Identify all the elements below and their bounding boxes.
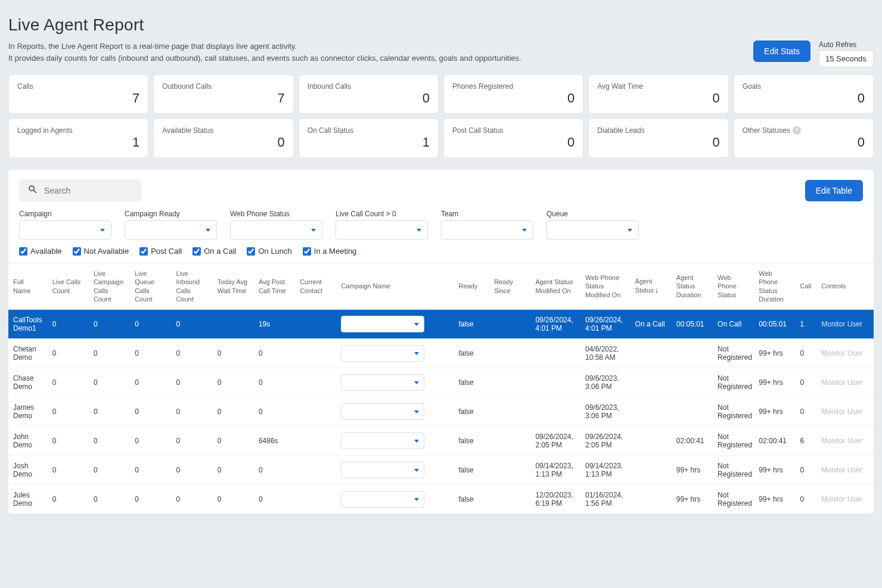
filter-select[interactable]	[441, 220, 533, 239]
table-cell: 0	[48, 368, 89, 397]
filter-select[interactable]	[230, 220, 322, 239]
table-cell	[295, 310, 336, 339]
column-header[interactable]: Web Phone Status Duration	[754, 263, 795, 310]
status-checkbox[interactable]: Post Call	[139, 247, 182, 256]
monitor-user-link[interactable]: Monitor User	[821, 407, 862, 416]
campaign-select[interactable]	[341, 462, 424, 478]
column-header[interactable]: Live Inbound Calls Count	[171, 263, 212, 310]
checkbox-label: Available	[30, 247, 62, 256]
column-header[interactable]: Live Queue Calls Count	[130, 263, 171, 310]
column-header[interactable]: Full Name	[8, 263, 48, 310]
stat-card-label: Other Statuses?	[743, 126, 865, 135]
status-checkbox[interactable]: On Lunch	[247, 247, 291, 256]
table-row[interactable]: Chase Demo000000false09/6/2023, 3:06 PMN…	[8, 368, 874, 397]
auto-refresh-select[interactable]: 15 Seconds	[819, 50, 874, 67]
stat-card-value: 0	[452, 91, 574, 106]
chevron-down-icon	[414, 469, 419, 472]
table-cell	[631, 397, 672, 427]
status-checkbox[interactable]: On a Call	[192, 247, 236, 256]
campaign-select[interactable]	[341, 491, 424, 508]
stat-card: Phones Registered0	[443, 74, 583, 114]
table-cell: 0	[213, 339, 254, 368]
table-row[interactable]: James Demo000000false09/6/2023, 3:06 PMN…	[8, 397, 874, 427]
monitor-user-link[interactable]: Monitor User	[821, 349, 862, 357]
table-cell: 0	[213, 485, 254, 514]
table-cell: 0	[213, 427, 254, 456]
edit-table-button[interactable]: Edit Table	[805, 180, 863, 201]
table-row[interactable]: Josh Demo000000false09/14/2023, 1:13 PM0…	[8, 456, 874, 485]
stat-card-label: Calls	[17, 82, 139, 91]
campaign-select[interactable]	[341, 345, 424, 362]
status-checkbox[interactable]: In a Meeting	[303, 247, 357, 256]
column-header[interactable]: Ready Since	[489, 263, 530, 310]
edit-stats-button[interactable]: Edit Stats	[753, 41, 810, 62]
filter: Web Phone Status	[230, 210, 322, 239]
checkbox-input[interactable]	[73, 247, 81, 256]
filter-select[interactable]	[546, 220, 639, 239]
column-header[interactable]: Call	[796, 263, 817, 310]
column-header[interactable]: Live Campaign Calls Count	[89, 263, 130, 310]
table-cell: Not Registered	[713, 485, 754, 514]
table-row[interactable]: John Demo000006486sfalse09/26/2024, 2:05…	[8, 427, 874, 456]
monitor-user-link[interactable]: Monitor User	[821, 437, 862, 445]
table-cell	[672, 368, 713, 397]
chevron-down-icon	[414, 381, 419, 384]
monitor-user-link[interactable]: Monitor User	[821, 320, 862, 328]
column-header[interactable]: Campaign Name	[336, 263, 454, 310]
column-header[interactable]: Agent Status Modified On	[530, 263, 580, 310]
monitor-user-link[interactable]: Monitor User	[821, 495, 862, 503]
table-cell: 0	[130, 485, 171, 514]
column-header[interactable]: Ready	[454, 263, 489, 310]
table-cell	[530, 368, 580, 397]
stat-card-value: 7	[17, 91, 139, 106]
monitor-user-link[interactable]: Monitor User	[821, 466, 862, 474]
checkbox-input[interactable]	[303, 247, 311, 256]
campaign-select[interactable]	[341, 374, 424, 391]
table-cell: false	[454, 368, 489, 397]
stat-card-value: 0	[743, 135, 865, 150]
stat-card-label: Goals	[743, 82, 865, 91]
table-cell: 1	[796, 310, 817, 339]
column-header[interactable]: Agent Status↓	[631, 263, 672, 310]
filter-select[interactable]	[336, 220, 428, 239]
column-header[interactable]: Current Contact	[295, 263, 336, 310]
checkbox-input[interactable]	[19, 247, 27, 256]
table-cell: Chetan Demo	[8, 339, 48, 368]
table-row[interactable]: CallTools Demo1000019sfalse09/26/2024, 4…	[8, 310, 874, 339]
column-header[interactable]: Web Phone Status	[713, 263, 754, 310]
table-cell: Monitor User	[816, 427, 874, 456]
table-cell: 0	[213, 397, 254, 427]
table-row[interactable]: Jules Demo000000false12/20/2023, 6:19 PM…	[8, 485, 874, 514]
column-header[interactable]: Controls	[816, 263, 874, 310]
table-cell: 0	[130, 310, 171, 339]
search-input[interactable]	[44, 186, 133, 195]
column-header[interactable]: Live Calls Count	[48, 263, 89, 310]
filter-select[interactable]	[125, 220, 217, 239]
campaign-select[interactable]	[341, 433, 424, 449]
table-cell	[489, 485, 530, 514]
table-cell: 0	[130, 368, 171, 397]
status-checkbox[interactable]: Available	[19, 247, 62, 256]
table-cell: 0	[171, 368, 212, 397]
filter-select[interactable]	[19, 220, 111, 239]
status-checkbox[interactable]: Not Available	[73, 247, 129, 256]
agents-table: Full NameLive Calls CountLive Campaign C…	[8, 263, 874, 514]
checkbox-input[interactable]	[139, 247, 148, 256]
checkbox-input[interactable]	[192, 247, 201, 256]
table-cell: 99+ hrs	[754, 456, 795, 485]
campaign-select[interactable]	[341, 403, 424, 420]
column-header[interactable]: Web Phone Status Modified On	[580, 263, 631, 310]
monitor-user-link[interactable]: Monitor User	[821, 378, 862, 387]
chevron-down-icon	[417, 229, 421, 232]
checkbox-input[interactable]	[247, 247, 255, 256]
table-body: CallTools Demo1000019sfalse09/26/2024, 4…	[8, 310, 874, 514]
campaign-select[interactable]	[341, 316, 424, 332]
chevron-down-icon	[100, 229, 105, 232]
column-header[interactable]: Agent Status Duration	[672, 263, 713, 310]
help-icon[interactable]: ?	[793, 126, 801, 135]
column-header[interactable]: Avg Post Call Time	[254, 263, 295, 310]
table-cell: Monitor User	[816, 397, 874, 427]
search-box[interactable]	[19, 179, 142, 201]
column-header[interactable]: Today Avg Wait Time	[213, 263, 254, 310]
table-row[interactable]: Chetan Demo000000false04/6/2022, 10:58 A…	[8, 339, 874, 368]
